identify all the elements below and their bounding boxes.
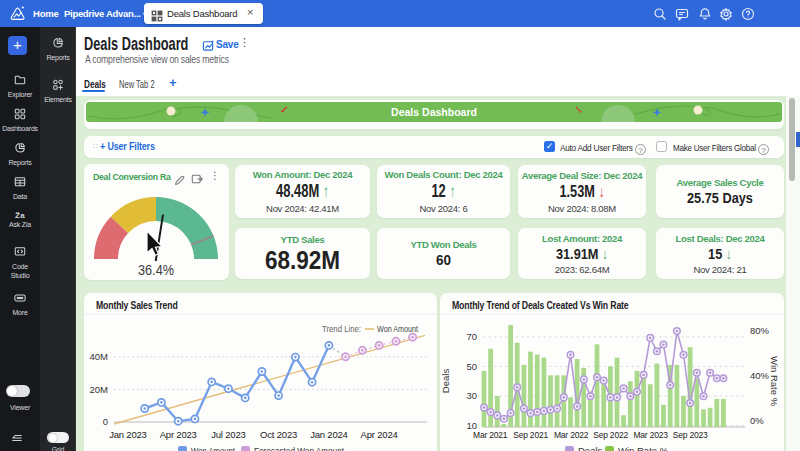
svg-text:Jul 2023: Jul 2023 xyxy=(211,429,245,440)
svg-text:Oct 2023: Oct 2023 xyxy=(260,429,297,440)
svg-text:20M: 20M xyxy=(90,384,109,395)
svg-text:Jan 2023: Jan 2023 xyxy=(109,429,146,440)
svg-text:Forecasted Won Amount: Forecasted Won Amount xyxy=(254,445,344,451)
svg-text:Jan 2024: Jan 2024 xyxy=(310,429,348,440)
svg-text:Won Amount: Won Amount xyxy=(191,445,235,451)
svg-text:Mar 2022: Mar 2022 xyxy=(554,430,589,440)
svg-text:40%: 40% xyxy=(750,370,770,381)
svg-text:Sep 2021: Sep 2021 xyxy=(513,430,548,440)
svg-text:Apr 2024: Apr 2024 xyxy=(361,429,398,440)
svg-text:40M: 40M xyxy=(90,351,109,362)
svg-text:70: 70 xyxy=(466,331,477,342)
svg-text:0%: 0% xyxy=(750,415,764,426)
svg-text:Apr 2023: Apr 2023 xyxy=(160,429,197,440)
svg-text:Deals: Deals xyxy=(578,445,603,451)
svg-text:0: 0 xyxy=(103,416,108,427)
svg-text:80%: 80% xyxy=(750,325,770,336)
svg-text:Deals: Deals xyxy=(440,369,451,394)
svg-text:Mar 2023: Mar 2023 xyxy=(633,430,668,440)
svg-text:Trend Line:: Trend Line: xyxy=(322,323,361,334)
svg-text:Deals Dashboard: Deals Dashboard xyxy=(391,106,477,118)
svg-text:30: 30 xyxy=(466,390,477,401)
svg-text:Sep 2023: Sep 2023 xyxy=(673,430,708,440)
svg-text:Win Rate %: Win Rate % xyxy=(769,356,780,407)
svg-text:Win Rate %: Win Rate % xyxy=(618,445,669,451)
svg-text:Mar 2021: Mar 2021 xyxy=(473,430,508,440)
svg-text:Won Amount: Won Amount xyxy=(377,323,418,334)
svg-text:Sep 2022: Sep 2022 xyxy=(593,430,628,440)
svg-text:36.4%: 36.4% xyxy=(138,262,174,278)
svg-text:50: 50 xyxy=(466,361,477,372)
